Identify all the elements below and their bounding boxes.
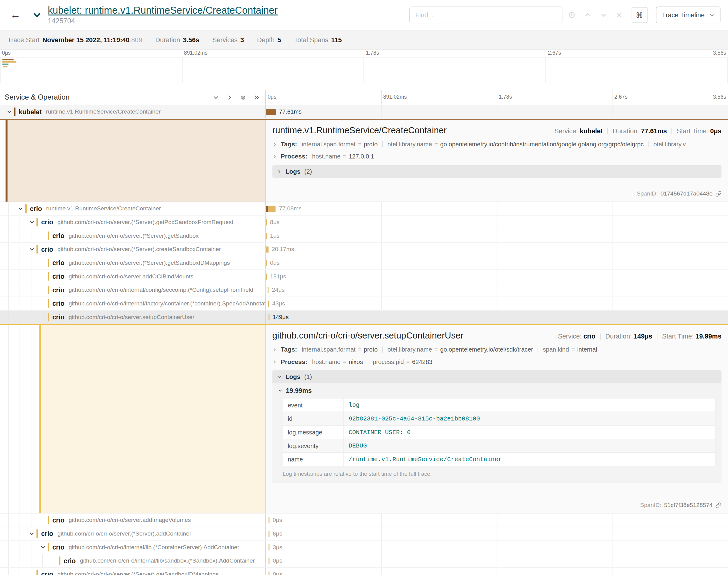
span-operation: github.com/cri-o/cri-o/server.setupConta… <box>69 314 194 320</box>
span-name-cell[interactable]: crio runtime.v1.RuntimeService/CreateCon… <box>0 202 266 215</box>
chevron-up-icon[interactable] <box>584 11 591 19</box>
chevron-down-icon[interactable] <box>5 108 13 116</box>
span-timeline-cell[interactable]: 0μs <box>266 513 728 527</box>
span-name-cell[interactable]: crio github.com/cri-o/cri-o/internal/lib… <box>0 554 266 567</box>
span-bar[interactable] <box>266 233 267 239</box>
span-timeline-cell[interactable]: 0μs <box>266 256 728 269</box>
find-input[interactable] <box>409 7 562 23</box>
span-bar[interactable] <box>266 274 267 280</box>
link-icon[interactable] <box>715 191 721 197</box>
span-row-kubelet-createcontainer[interactable]: kubelet runtime.v1.RuntimeService/Create… <box>0 105 728 119</box>
span-name-cell[interactable]: crio github.com/cri-o/cri-o/server.setup… <box>0 311 266 324</box>
span-row[interactable]: crio github.com/cri-o/cri-o/internal/lib… <box>0 541 728 554</box>
span-bar[interactable] <box>266 109 276 115</box>
span-timeline-cell[interactable]: 0μs <box>266 568 728 575</box>
link-icon[interactable] <box>715 502 721 508</box>
span-row-setupcontaineruser[interactable]: crio github.com/cri-o/cri-o/server.setup… <box>0 311 728 324</box>
trace-title-link[interactable]: kubelet: runtime.v1.RuntimeService/Creat… <box>48 5 277 15</box>
span-timeline-cell[interactable]: 149μs <box>266 311 728 324</box>
span-timeline-cell[interactable]: 77.08ms <box>266 202 728 215</box>
span-bar[interactable] <box>268 571 269 575</box>
span-row[interactable]: crio github.com/cri-o/cri-o/server.(*Ser… <box>0 243 728 257</box>
chevron-down-icon[interactable] <box>28 218 36 226</box>
span-name-cell[interactable]: crio github.com/cri-o/cri-o/internal/con… <box>0 283 266 297</box>
span-row[interactable]: crio github.com/cri-o/cri-o/server.(*Ser… <box>0 256 728 270</box>
span-timeline-cell[interactable]: 0μs <box>266 554 728 567</box>
span-name-cell[interactable]: crio github.com/cri-o/cri-o/internal/lib… <box>0 541 266 554</box>
service-color-stripe <box>14 107 15 116</box>
span-row[interactable]: crio github.com/cri-o/cri-o/server.addOC… <box>0 270 728 283</box>
span-name-cell[interactable]: crio github.com/cri-o/cri-o/server.(*Ser… <box>0 256 266 269</box>
span-row[interactable]: crio runtime.v1.RuntimeService/CreateCon… <box>0 202 728 215</box>
span-bar[interactable] <box>266 246 268 252</box>
span-name-cell[interactable]: crio github.com/cri-o/cri-o/server.(*Ser… <box>0 229 266 242</box>
span-duration: 151μs <box>270 273 286 280</box>
span-bar[interactable] <box>268 287 268 293</box>
locate-icon[interactable] <box>568 11 575 19</box>
chevron-down-icon[interactable] <box>599 11 607 19</box>
span-operation: github.com/cri-o/cri-o/server.(*Server).… <box>57 571 219 575</box>
logs-toggle[interactable]: Logs(1) <box>272 370 722 383</box>
process-row[interactable]: Process: host.name=nixos process.pid=624… <box>272 358 722 365</box>
minimap-canvas[interactable] <box>0 57 728 83</box>
span-bar[interactable] <box>268 314 269 320</box>
span-name-cell[interactable]: crio github.com/cri-o/cri-o/server.(*Ser… <box>0 568 266 575</box>
span-name-cell[interactable]: crio github.com/cri-o/cri-o/server.(*Ser… <box>0 527 266 540</box>
span-bar[interactable] <box>268 531 269 537</box>
keyboard-shortcuts-button[interactable]: ⌘ <box>631 7 647 23</box>
chevron-down-icon[interactable] <box>28 530 36 537</box>
close-icon[interactable] <box>616 11 623 19</box>
span-row[interactable]: crio github.com/cri-o/cri-o/internal/con… <box>0 283 728 297</box>
span-timeline-cell[interactable]: 24μs <box>266 283 728 297</box>
span-timeline-cell[interactable]: 8μs <box>266 215 728 229</box>
chevron-down-icon[interactable] <box>17 205 24 212</box>
collapse-all-icon[interactable] <box>254 94 260 100</box>
span-bar[interactable] <box>268 558 269 564</box>
span-duration: 43μs <box>272 300 285 307</box>
span-name-cell[interactable]: crio github.com/cri-o/cri-o/server.(*Ser… <box>0 243 266 256</box>
back-button[interactable]: ← <box>8 7 23 23</box>
span-bar[interactable] <box>266 219 267 225</box>
span-bar[interactable] <box>266 206 276 212</box>
trace-view-selector[interactable]: Trace Timeline <box>656 7 720 23</box>
tags-row[interactable]: Tags: internal.span.format=proto otel.li… <box>272 346 722 353</box>
tags-row[interactable]: Tags: internal.span.format=proto otel.li… <box>272 141 722 148</box>
span-timeline-cell[interactable]: 77.61ms <box>266 105 728 119</box>
log-entry-toggle[interactable]: 19.99ms <box>278 387 716 394</box>
span-bar[interactable] <box>266 260 267 266</box>
span-name-cell[interactable]: crio github.com/cri-o/cri-o/internal/fac… <box>0 297 266 310</box>
expand-one-icon[interactable] <box>213 94 219 100</box>
collapse-one-icon[interactable] <box>227 94 233 100</box>
expand-all-icon[interactable] <box>240 94 246 100</box>
span-row[interactable]: crio github.com/cri-o/cri-o/server.(*Ser… <box>0 229 728 243</box>
chevron-right-icon <box>272 347 278 352</box>
span-duration: 20.17ms <box>272 246 294 252</box>
span-timeline-cell[interactable]: 3μs <box>266 541 728 554</box>
span-row[interactable]: crio github.com/cri-o/cri-o/internal/fac… <box>0 297 728 311</box>
span-name-cell[interactable]: crio github.com/cri-o/cri-o/server.(*Ser… <box>0 215 266 229</box>
span-bar[interactable] <box>268 517 269 523</box>
trace-header-collapse-toggle[interactable] <box>30 8 44 22</box>
span-timeline-cell[interactable]: 43μs <box>266 297 728 310</box>
process-row[interactable]: Process: host.name=127.0.0.1 <box>272 153 722 160</box>
span-row[interactable]: crio github.com/cri-o/cri-o/internal/lib… <box>0 554 728 568</box>
tag-item: otel.library.v… <box>654 141 692 148</box>
span-row[interactable]: crio github.com/cri-o/cri-o/server.(*Ser… <box>0 527 728 541</box>
span-timeline-cell[interactable]: 20.17ms <box>266 243 728 256</box>
logs-toggle[interactable]: Logs(2) <box>272 165 722 178</box>
span-row[interactable]: crio github.com/cri-o/cri-o/server.addIm… <box>0 513 728 527</box>
span-name-cell[interactable]: crio github.com/cri-o/cri-o/server.addOC… <box>0 270 266 283</box>
chevron-down-icon[interactable] <box>39 543 47 551</box>
span-name-cell[interactable]: crio github.com/cri-o/cri-o/server.addIm… <box>0 513 266 527</box>
span-timeline-cell[interactable]: 6μs <box>266 527 728 540</box>
span-name-cell[interactable]: kubelet runtime.v1.RuntimeService/Create… <box>0 105 266 119</box>
span-timeline-cell[interactable]: 1μs <box>266 229 728 242</box>
span-timeline-cell[interactable]: 151μs <box>266 270 728 283</box>
chevron-down-icon[interactable] <box>28 246 36 253</box>
span-row[interactable]: crio github.com/cri-o/cri-o/server.(*Ser… <box>0 568 728 575</box>
span-row[interactable]: crio github.com/cri-o/cri-o/server.(*Ser… <box>0 215 728 229</box>
trace-minimap: 0μs 891.02ms 1.78s 2.67s 3.56s <box>0 49 728 83</box>
span-bar[interactable] <box>268 544 269 550</box>
span-bar[interactable] <box>268 301 269 307</box>
span-service: crio <box>53 286 65 294</box>
